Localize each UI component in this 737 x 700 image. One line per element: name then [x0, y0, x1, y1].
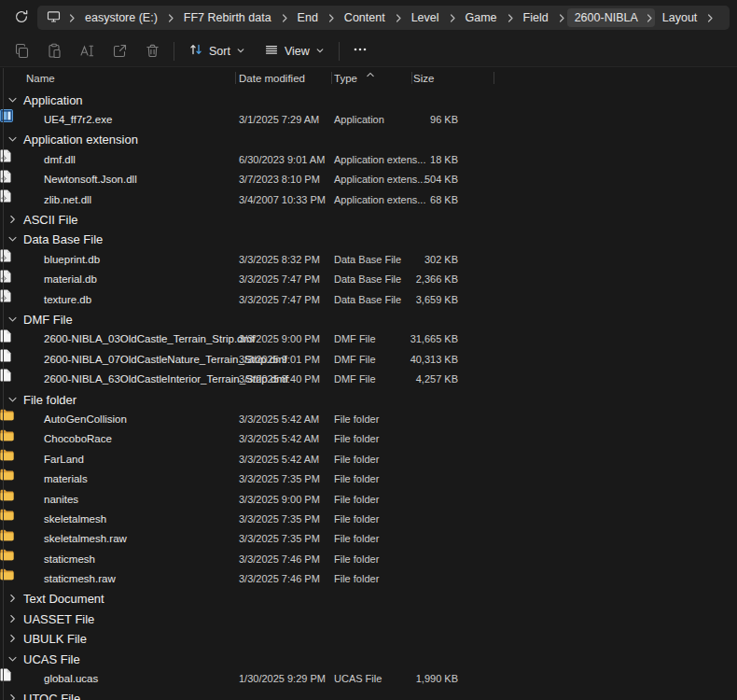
group-header[interactable]: Data Base File	[0, 230, 737, 249]
breadcrumb-chevron-icon	[705, 13, 715, 23]
group-header[interactable]: File folder	[0, 389, 737, 409]
file-type: File folder	[334, 494, 379, 505]
view-button[interactable]: View	[255, 38, 334, 64]
folder-row[interactable]: staticmesh3/3/2025 7:46 PMFile folder	[0, 549, 737, 568]
breadcrumb-chevron[interactable]	[393, 13, 404, 23]
share-button[interactable]	[104, 38, 136, 64]
group-chevron-collapsed[interactable]	[7, 693, 18, 700]
folder-row[interactable]: skeletalmesh3/3/2025 7:35 PMFile folder	[0, 509, 737, 528]
view-icon	[264, 42, 279, 60]
file-size: 96 KB	[355, 114, 458, 125]
address-bar[interactable]: easystore (E:)FF7 Rebirth dataEndContent…	[37, 6, 730, 30]
breadcrumb-chevron[interactable]	[165, 13, 176, 23]
group-chevron-collapsed[interactable]	[7, 594, 18, 604]
group-chevron-expanded[interactable]	[7, 134, 18, 145]
date-modified: 3/3/2025 8:40 PM	[239, 373, 320, 385]
paste-button[interactable]	[38, 38, 71, 64]
breadcrumb-chevron[interactable]	[556, 13, 567, 23]
breadcrumb-item[interactable]: Field	[516, 8, 556, 27]
folder-row[interactable]: nanites3/3/2025 9:00 PMFile folder	[0, 489, 737, 509]
file-row[interactable]: 2600-NIBLA_07OldCastleNature_Terrain_Str…	[0, 349, 737, 369]
more-options-button[interactable]	[344, 38, 376, 64]
group-header[interactable]: UTOC File	[0, 689, 737, 700]
breadcrumb-item[interactable]: 2600-NIBLA	[567, 8, 644, 27]
breadcrumb-chevron[interactable]	[66, 13, 77, 23]
group-label: Data Base File	[23, 232, 103, 246]
date-modified: 3/3/2025 7:46 PM	[239, 573, 320, 584]
file-row[interactable]: global.ucas1/30/2025 9:29 PMUCAS File1,9…	[0, 668, 737, 688]
group-header[interactable]: ASCII File	[0, 209, 737, 229]
file-name: ChocoboRace	[44, 433, 112, 444]
group-chevron-expanded[interactable]	[7, 394, 18, 404]
file-row[interactable]: dmf.dll6/30/2023 9:01 AMApplication exte…	[0, 149, 737, 169]
toolbar-divider	[174, 42, 174, 61]
file-size: 1,990 KB	[355, 673, 458, 684]
breadcrumb-chevron[interactable]	[505, 13, 516, 23]
file-row[interactable]: 2600-NIBLA_63OldCastleInterior_Terrain_S…	[0, 369, 737, 388]
breadcrumb-item[interactable]: easystore (E:)	[77, 8, 165, 27]
folder-row[interactable]: AutoGenCollision3/3/2025 5:42 AMFile fol…	[0, 409, 737, 428]
group-chevron-expanded[interactable]	[7, 653, 18, 664]
group-header[interactable]: UBULK File	[0, 629, 737, 649]
column-header-row: Name Date modified Type Size	[0, 67, 737, 90]
column-separator[interactable]	[494, 72, 494, 84]
column-header-type[interactable]: Type	[334, 73, 357, 84]
share-icon	[112, 43, 128, 59]
file-row[interactable]: 2600-NIBLA_03OldCastle_Terrain_Strip.dmf…	[0, 329, 737, 349]
date-modified: 3/3/2025 7:47 PM	[239, 294, 320, 305]
group-chevron-collapsed[interactable]	[7, 613, 18, 623]
delete-button[interactable]	[136, 38, 169, 64]
folder-row[interactable]: ChocoboRace3/3/2025 5:42 AMFile folder	[0, 429, 737, 449]
group-chevron-expanded[interactable]	[7, 314, 18, 324]
group-header[interactable]: Text Document	[0, 589, 737, 609]
breadcrumb-chevron[interactable]	[704, 13, 716, 23]
group-header[interactable]: UCAS File	[0, 649, 737, 668]
group-header[interactable]: UASSET File	[0, 609, 737, 628]
folder-row[interactable]: materials3/3/2025 7:35 PMFile folder	[0, 469, 737, 488]
breadcrumb-item[interactable]: Layout	[655, 8, 705, 27]
this-pc-button[interactable]	[41, 9, 66, 26]
folder-row[interactable]: skeletalmesh.raw3/3/2025 7:35 PMFile fol…	[0, 529, 737, 549]
file-row[interactable]: UE4_ff7r2.exe3/1/2025 7:29 AMApplication…	[0, 109, 737, 129]
file-row[interactable]: texture.db3/3/2025 7:47 PMData Base File…	[0, 289, 737, 309]
date-modified: 3/3/2025 7:35 PM	[239, 533, 320, 544]
file-row[interactable]: blueprint.db3/3/2025 8:32 PMData Base Fi…	[0, 249, 737, 269]
breadcrumb-item[interactable]: Game	[458, 8, 505, 27]
file-name: texture.db	[44, 294, 91, 305]
rename-button[interactable]	[71, 38, 104, 64]
breadcrumb-item[interactable]: FF7 Rebirth data	[176, 8, 279, 27]
file-row[interactable]: Newtonsoft.Json.dll3/7/2023 8:10 PMAppli…	[0, 170, 737, 189]
group-chevron-expanded[interactable]	[7, 234, 18, 245]
breadcrumb-chevron[interactable]	[279, 13, 290, 23]
group-header[interactable]: Application extension	[0, 130, 737, 149]
file-row[interactable]: zlib.net.dll3/4/2007 10:33 PMApplication…	[0, 189, 737, 209]
group-chevron-collapsed[interactable]	[7, 634, 18, 644]
group-header[interactable]: DMF File	[0, 309, 737, 329]
column-header-size[interactable]: Size	[413, 73, 434, 84]
refresh-button[interactable]	[7, 4, 35, 32]
sort-button[interactable]: Sort	[179, 38, 255, 64]
column-separator[interactable]	[331, 72, 332, 84]
column-header-date-modified[interactable]: Date modified	[239, 73, 305, 84]
column-separator[interactable]	[235, 72, 236, 84]
group-header[interactable]: Application	[0, 90, 737, 109]
folder-row[interactable]: FarLand3/3/2025 5:42 AMFile folder	[0, 449, 737, 469]
column-separator[interactable]	[411, 72, 412, 84]
file-type: File folder	[334, 553, 379, 565]
breadcrumb-chevron[interactable]	[644, 13, 655, 23]
breadcrumb-chevron[interactable]	[447, 13, 458, 23]
breadcrumb-chevron[interactable]	[326, 13, 337, 23]
group-chevron-expanded[interactable]	[7, 94, 18, 105]
copy-button[interactable]	[6, 38, 38, 64]
column-header-name[interactable]: Name	[26, 73, 55, 84]
group-chevron-collapsed[interactable]	[7, 215, 18, 225]
delete-icon	[145, 43, 160, 59]
breadcrumb-item-highlighted[interactable]: 2600-NIBLA	[567, 8, 655, 27]
folder-row[interactable]: staticmesh.raw3/3/2025 7:46 PMFile folde…	[0, 568, 737, 588]
breadcrumb-item[interactable]: End	[290, 8, 326, 27]
file-list: ApplicationUE4_ff7r2.exe3/1/2025 7:29 AM…	[0, 90, 737, 700]
file-row[interactable]: material.db3/3/2025 7:47 PMData Base Fil…	[0, 270, 737, 289]
navigation-pane-edge[interactable]	[3, 68, 4, 700]
breadcrumb-item[interactable]: Level	[404, 8, 447, 27]
breadcrumb-item[interactable]: Content	[337, 8, 393, 27]
